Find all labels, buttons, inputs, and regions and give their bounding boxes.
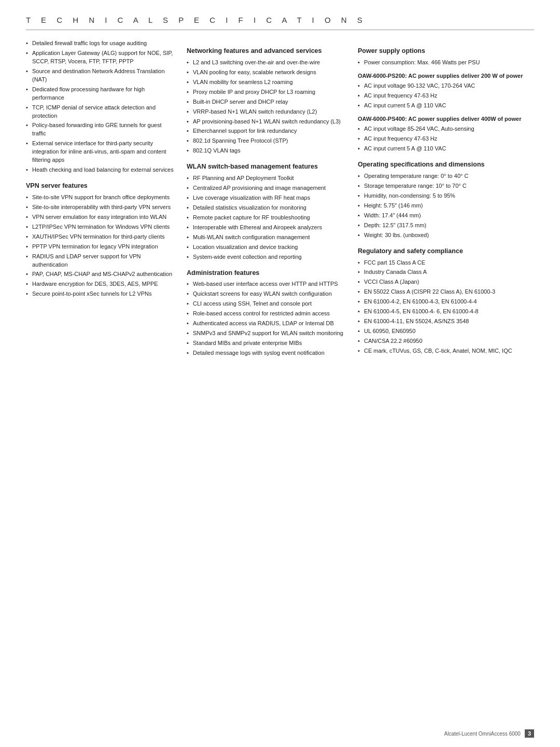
list-item: EN 61000-4-2, EN 61000-4-3, EN 61000-4-4	[358, 298, 534, 306]
list-item: PAP, CHAP, MS-CHAP and MS-CHAPv2 authent…	[26, 270, 176, 279]
opspec-list: Operating temperature range: 0° to 40° C…	[358, 172, 534, 240]
reg-title: Regulatory and safety compliance	[358, 247, 534, 256]
list-item: Centralized AP provisioning and image ma…	[187, 184, 347, 192]
list-item: L2 and L3 switching over-the-air and ove…	[187, 59, 347, 67]
list-item: Proxy mobile IP and proxy DHCP for L3 ro…	[187, 88, 347, 96]
list-item: RF Planning and AP Deployment Toolkit	[187, 174, 347, 183]
vpn-title: VPN server features	[26, 182, 176, 190]
footer-page: 3	[525, 729, 534, 738]
list-item: AC input voltage 85-264 VAC, Auto-sensin…	[358, 125, 534, 133]
list-item: AC input frequency 47-63 Hz	[358, 92, 534, 100]
list-item: System-wide event collection and reporti…	[187, 253, 347, 261]
list-item: Height: 5.75″ (146 mm)	[358, 202, 534, 210]
list-item: VLAN mobility for seamless L2 roaming	[187, 78, 347, 87]
power-list-1: Power consumption: Max. 466 Watts per PS…	[358, 59, 534, 67]
list-item: XAUTH/IPSec VPN termination for third-pa…	[26, 233, 176, 241]
list-item: Detailed message logs with syslog event …	[187, 349, 347, 357]
list-item: Heath checking and load balancing for ex…	[26, 166, 176, 174]
list-item: AC input voltage 90-132 VAC, 170-264 VAC	[358, 82, 534, 90]
power-title: Power supply options	[358, 47, 534, 56]
list-item: CLI access using SSH, Telnet and console…	[187, 300, 347, 308]
wlan-list: RF Planning and AP Deployment ToolkitCen…	[187, 174, 347, 261]
intro-list: Detailed firewall traffic logs for usage…	[26, 39, 176, 174]
list-item: CAN/CSA 22.2 #60950	[358, 337, 534, 345]
power-list-3: AC input voltage 85-264 VAC, Auto-sensin…	[358, 125, 534, 153]
list-item: Role-based access control for restricted…	[187, 310, 347, 318]
list-item: TCP, ICMP denial of service attack detec…	[26, 104, 176, 120]
list-item: EN 61000-4-5, EN 61000-4- 6, EN 61000-4-…	[358, 308, 534, 316]
list-item: Quickstart screens for easy WLAN switch …	[187, 290, 347, 298]
list-item: Width: 17.4″ (444 mm)	[358, 212, 534, 220]
vpn-list: Site-to-site VPN support for branch offi…	[26, 193, 176, 298]
footer-brand: Alcatel-Lucent OmniAccess 6000	[444, 731, 521, 737]
networking-title: Networking features and advanced service…	[187, 47, 347, 56]
list-item: Power consumption: Max. 466 Watts per PS…	[358, 59, 534, 67]
reg-list: FCC part 15 Class A CEIndustry Canada Cl…	[358, 259, 534, 355]
list-item: Built-in DHCP server and DHCP relay	[187, 98, 347, 106]
admin-title: Administration features	[187, 269, 347, 278]
list-item: 802.1Q VLAN tags	[187, 147, 347, 155]
list-item: Humidity, non-condensing: 5 to 95%	[358, 192, 534, 200]
list-item: Interoperable with Ethereal and Airopeek…	[187, 224, 347, 232]
list-item: L2TP/IPSec VPN termination for Windows V…	[26, 223, 176, 231]
list-item: Policy-based forwarding into GRE tunnels…	[26, 121, 176, 138]
list-item: EN 55022 Class A (CISPR 22 Class A), EN …	[358, 288, 534, 296]
power-bold2: OAW-6000-PS400: AC power supplies delive…	[358, 115, 534, 123]
list-item: PPTP VPN termination for legacy VPN inte…	[26, 243, 176, 251]
list-item: Depth: 12.5″ (317.5 mm)	[358, 222, 534, 230]
list-item: Multi-WLAN switch configuration manageme…	[187, 233, 347, 242]
list-item: Weight: 30 lbs. (unboxed)	[358, 231, 534, 240]
list-item: Storage temperature range: 10° to 70° C	[358, 182, 534, 190]
list-item: VCCI Class A (Japan)	[358, 278, 534, 286]
list-item: Site-to-site interoperability with third…	[26, 203, 176, 212]
list-item: AC input current 5 A @ 110 VAC	[358, 145, 534, 153]
list-item: Site-to-site VPN support for branch offi…	[26, 193, 176, 202]
list-item: 802.1d Spanning Tree Protocol (STP)	[187, 137, 347, 145]
list-item: Location visualization and device tracki…	[187, 243, 347, 252]
list-item: Secure point-to-point xSec tunnels for L…	[26, 290, 176, 298]
list-item: Live coverage visualization with RF heat…	[187, 194, 347, 202]
power-bold1: OAW-6000-PS200: AC power supplies delive…	[358, 72, 534, 80]
list-item: AC input frequency 47-63 Hz	[358, 135, 534, 143]
list-item: VRRP-based N+1 WLAN switch redundancy (L…	[187, 108, 347, 116]
list-item: FCC part 15 Class A CE	[358, 259, 534, 267]
col-right: Power supply options Power consumption: …	[358, 39, 534, 361]
list-item: Remote packet capture for RF troubleshoo…	[187, 214, 347, 222]
list-item: Web-based user interface access over HTT…	[187, 280, 347, 288]
list-item: Detailed statistics visualization for mo…	[187, 204, 347, 212]
list-item: Standard MIBs and private enterprise MIB…	[187, 339, 347, 348]
footer: Alcatel-Lucent OmniAccess 6000 3	[444, 729, 534, 738]
list-item: RADIUS and LDAP server support for VPN a…	[26, 253, 176, 269]
list-item: SNMPv3 and SNMPv2 support for WLAN switc…	[187, 329, 347, 338]
list-item: Operating temperature range: 0° to 40° C	[358, 172, 534, 181]
power-list-2: AC input voltage 90-132 VAC, 170-264 VAC…	[358, 82, 534, 110]
networking-list: L2 and L3 switching over-the-air and ove…	[187, 59, 347, 155]
list-item: AC input current 5 A @ 110 VAC	[358, 102, 534, 110]
admin-list: Web-based user interface access over HTT…	[187, 280, 347, 357]
list-item: VPN server emulation for easy integratio…	[26, 213, 176, 222]
list-item: CE mark, cTUVus, GS, CB, C-tick, Anatel,…	[358, 347, 534, 355]
list-item: Etherchannel support for link redundancy	[187, 127, 347, 135]
list-item: AP provisioning-based N+1 WLAN switch re…	[187, 118, 347, 126]
list-item: Dedicated flow processing hardware for h…	[26, 86, 176, 102]
list-item: Application Layer Gateway (ALG) support …	[26, 49, 176, 66]
list-item: EN 61000-4-11, EN 55024, AS/NZS 3548	[358, 317, 534, 326]
list-item: UL 60950, EN60950	[358, 327, 534, 336]
list-item: Hardware encryption for DES, 3DES, AES, …	[26, 280, 176, 288]
page-title: T E C H N I C A L S P E C I F I C A T I …	[26, 16, 534, 30]
list-item: Detailed firewall traffic logs for usage…	[26, 39, 176, 48]
list-item: Source and destination Network Address T…	[26, 67, 176, 84]
col-mid: Networking features and advanced service…	[187, 39, 358, 363]
wlan-title: WLAN switch-based management features	[187, 162, 347, 171]
list-item: Authenticated access via RADIUS, LDAP or…	[187, 320, 347, 328]
col-left: Detailed firewall traffic logs for usage…	[26, 39, 187, 303]
list-item: VLAN pooling for easy, scalable network …	[187, 68, 347, 77]
opspec-title: Operating specifications and dimensions	[358, 160, 534, 169]
list-item: External service interface for third-par…	[26, 140, 176, 164]
list-item: Industry Canada Class A	[358, 268, 534, 276]
